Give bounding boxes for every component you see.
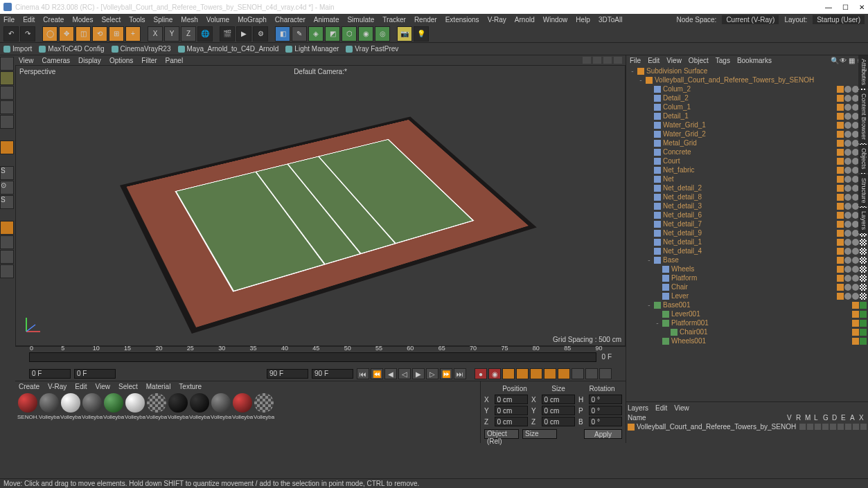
goto-start-button[interactable]: ⏮ [357, 368, 369, 379]
camera-button[interactable]: 📷 [397, 26, 412, 42]
plugin-maxtoc4d-config[interactable]: MaxToC4D Config [39, 45, 104, 53]
axis-mode-button[interactable] [0, 141, 14, 154]
tree-metal_grid[interactable]: Metal_Grid [628, 138, 867, 147]
redo-button[interactable]: ↷ [20, 26, 35, 42]
menu-help[interactable]: Help [576, 16, 590, 24]
rtab-content-browser[interactable]: Content Browser [858, 90, 868, 143]
layer-color-icon[interactable] [628, 424, 635, 431]
edge-mode-button[interactable] [0, 100, 14, 114]
tree-detail_1[interactable]: Detail_1 [628, 111, 867, 120]
tree-net_detail_9[interactable]: Net_detail_9 [628, 228, 867, 237]
layer-toggle-4[interactable] [830, 424, 836, 430]
field-button[interactable]: ◉ [358, 26, 373, 42]
vp-nav1-button[interactable] [583, 57, 591, 64]
menu-arnold[interactable]: Arnold [515, 16, 535, 24]
rpmenu-bookmarks[interactable]: Bookmarks [737, 57, 772, 64]
record-button[interactable]: ● [475, 368, 487, 379]
layer-name[interactable]: Volleyball_Court_and_Referee_Towers_by_S… [637, 423, 797, 431]
tree-water_grid_1[interactable]: Water_Grid_1 [628, 120, 867, 129]
tree-net_fabric[interactable]: Net_fabric [628, 165, 867, 174]
coord-system-button[interactable]: 🌐 [197, 26, 213, 42]
matmenu-v-ray[interactable]: V-Ray [48, 383, 67, 390]
snap3-button[interactable]: S [0, 195, 14, 209]
texture-mode-button[interactable] [0, 71, 14, 85]
play-back-button[interactable]: ◁ [398, 368, 411, 379]
rtab-attributes[interactable]: Attributes [858, 55, 868, 89]
maximize-button[interactable]: ☐ [842, 3, 849, 11]
plugin-light-manager[interactable]: Light Manager [285, 45, 339, 53]
key-opt1-button[interactable] [572, 368, 584, 379]
vpmenu-display[interactable]: Display [78, 57, 101, 64]
prev-key-button[interactable]: ⏪ [371, 368, 383, 379]
subdivision-button[interactable]: ◈ [308, 26, 324, 42]
menu-mesh[interactable]: Mesh [181, 16, 197, 24]
deformer-button[interactable]: ⬡ [342, 26, 357, 42]
key-pos-button[interactable] [502, 368, 515, 379]
material-item-10[interactable]: Volleyba [232, 393, 253, 441]
menu-extensions[interactable]: Extensions [445, 16, 479, 24]
play-button[interactable]: ▶ [412, 368, 425, 379]
viewport[interactable]: Perspective Default Camera:* Grid Spacin… [15, 65, 626, 346]
apply-button[interactable]: Apply [584, 429, 622, 439]
rpmenu-tags[interactable]: Tags [716, 57, 730, 64]
matmenu-view[interactable]: View [95, 383, 110, 390]
axis-y-button[interactable]: Y [164, 26, 179, 42]
menu-file[interactable]: File [3, 16, 15, 24]
recent-tool-button[interactable]: ⊞ [109, 26, 124, 42]
layer-toggle-1[interactable] [807, 424, 813, 430]
plugin-vray-fastprev[interactable]: Vray FastPrev [346, 45, 398, 53]
layer-toggle-2[interactable] [815, 424, 821, 430]
move-button[interactable]: ✥ [59, 26, 74, 42]
scene-button[interactable]: ◎ [375, 26, 390, 42]
generator-button[interactable]: ◩ [325, 26, 340, 42]
tree-lever001[interactable]: Lever001 [628, 309, 867, 318]
rpmenu-edit[interactable]: Edit [648, 57, 659, 64]
place-button[interactable]: + [125, 26, 141, 42]
tree-chair[interactable]: Chair [628, 282, 867, 291]
matmenu-select[interactable]: Select [118, 383, 138, 390]
end-frame-input[interactable]: 90 F [267, 369, 308, 379]
minimize-button[interactable]: — [825, 3, 832, 11]
tree-colum_1[interactable]: Colum_1 [628, 102, 867, 111]
material-item-9[interactable]: Volleyba [211, 393, 231, 441]
vp-nav3-button[interactable] [603, 57, 612, 64]
lpmenu-view[interactable]: View [674, 404, 689, 412]
material-item-6[interactable]: Volleyba [146, 393, 167, 441]
tree-net_detail_3[interactable]: Net_detail_3 [628, 201, 867, 210]
menu-animate[interactable]: Animate [314, 16, 339, 24]
tree-subdivision-surface[interactable]: -Subdivision Surface [628, 66, 867, 75]
lpmenu-layers[interactable]: Layers [628, 404, 648, 412]
tree-colum_2[interactable]: Colum_2 [628, 84, 867, 93]
menu-edit[interactable]: Edit [23, 16, 35, 24]
key-pla-button[interactable] [558, 368, 570, 379]
material-item-5[interactable]: Volleyba [125, 393, 145, 441]
model-mode-button[interactable] [0, 57, 14, 71]
tree-wheels001[interactable]: Wheels001 [628, 336, 867, 345]
snap-button[interactable]: S [0, 166, 14, 180]
layer-toggle-6[interactable] [845, 424, 851, 430]
current-frame-input[interactable]: 0 F [74, 369, 116, 379]
vpmenu-filter[interactable]: Filter [141, 57, 157, 64]
layer-toggle-7[interactable] [853, 424, 859, 430]
menu-create[interactable]: Create [43, 16, 64, 24]
rpmenu-object[interactable]: Object [689, 57, 709, 64]
cube-button[interactable]: ◧ [275, 26, 290, 42]
rtab-objects[interactable]: Objects [858, 145, 868, 173]
tree-net_detail_1[interactable]: Net_detail_1 [628, 237, 867, 246]
rtab-structure[interactable]: Structure [858, 174, 868, 207]
matmenu-edit[interactable]: Edit [75, 383, 87, 390]
menu-v-ray[interactable]: V-Ray [488, 16, 506, 24]
render-view-button[interactable]: 🎬 [220, 26, 235, 42]
tree-net_detail_6[interactable]: Net_detail_6 [628, 210, 867, 219]
rotate-button[interactable]: ⟲ [92, 26, 107, 42]
matmenu-material[interactable]: Material [146, 383, 171, 390]
om-filter-icon[interactable]: ▦ [849, 57, 856, 64]
menu-window[interactable]: Window [543, 16, 568, 24]
layout-select[interactable]: Startup (User) [813, 15, 865, 24]
layer-toggle-3[interactable] [822, 424, 829, 430]
om-search-icon[interactable]: 🔍 [831, 57, 838, 64]
tree-net[interactable]: Net [628, 174, 867, 183]
tree-platform[interactable]: Platform [628, 273, 867, 282]
goto-end-button[interactable]: ⏭ [454, 368, 466, 379]
rpmenu-view[interactable]: View [666, 57, 682, 64]
